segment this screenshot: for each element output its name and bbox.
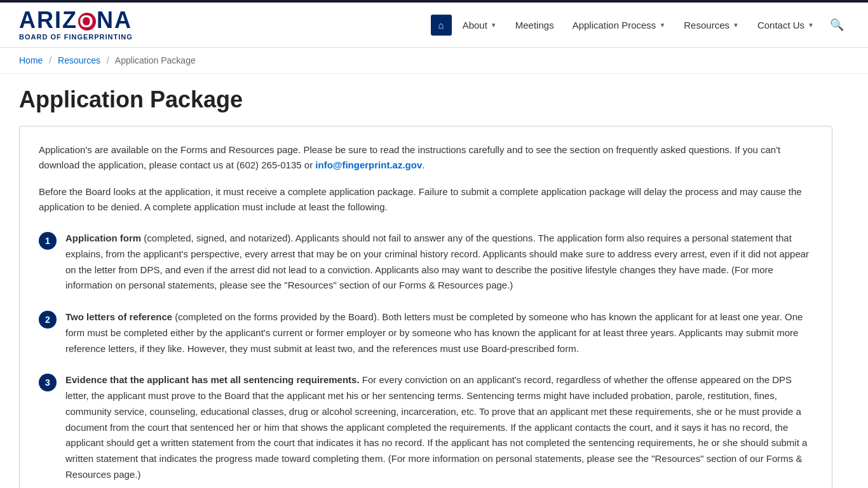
nav-meetings-label: Meetings xyxy=(515,20,554,30)
list-item: 2Two letters of reference (completed on … xyxy=(39,309,813,356)
list-number: 2 xyxy=(39,311,57,329)
list-item: 3Evidence that the applicant has met all… xyxy=(39,372,813,482)
email-link[interactable]: info@fingerprint.az.gov xyxy=(315,159,422,170)
breadcrumb-sep-1: / xyxy=(49,55,51,65)
nav-application-process-label: Application Process xyxy=(573,20,656,30)
logo-na: NA xyxy=(97,7,132,33)
logo-o: O xyxy=(78,13,96,30)
list-item-bold: Application form xyxy=(65,233,141,243)
application-process-chevron-icon: ▼ xyxy=(659,22,665,29)
list-item-bold: Two letters of reference xyxy=(65,311,172,322)
breadcrumb-home[interactable]: Home xyxy=(19,55,43,65)
nav-resources-label: Resources xyxy=(684,20,729,30)
site-header: ARIZONA BOARD OF FINGERPRINTING ⌂ About … xyxy=(0,3,868,48)
logo: ARIZONA BOARD OF FINGERPRINTING xyxy=(19,9,133,41)
home-icon: ⌂ xyxy=(438,20,444,30)
list-content: Two letters of reference (completed on t… xyxy=(65,309,813,356)
intro-end: . xyxy=(422,159,424,170)
breadcrumb-sep-2: / xyxy=(107,55,109,65)
logo-subtitle: BOARD OF FINGERPRINTING xyxy=(19,33,133,41)
list-number: 1 xyxy=(39,232,57,250)
logo-ariz: ARIZ xyxy=(19,7,78,33)
page-title: Application Package xyxy=(19,86,832,113)
list-item-bold: Evidence that the applicant has met all … xyxy=(65,374,360,385)
requirements-list: 1Application form (completed, signed, an… xyxy=(39,231,813,488)
breadcrumb-resources[interactable]: Resources xyxy=(58,55,100,65)
intro-paragraph: Application's are available on the Forms… xyxy=(39,142,813,173)
content-box: Application's are available on the Forms… xyxy=(19,126,832,488)
contact-chevron-icon: ▼ xyxy=(808,22,814,29)
nav-meetings[interactable]: Meetings xyxy=(508,15,562,36)
list-content: Evidence that the applicant has met all … xyxy=(65,372,813,482)
list-number: 3 xyxy=(39,374,57,391)
nav-about-label: About xyxy=(463,20,487,30)
nav-home[interactable]: ⌂ xyxy=(431,15,452,36)
logo-arizona-text: ARIZONA xyxy=(19,9,133,32)
about-chevron-icon: ▼ xyxy=(491,22,497,29)
breadcrumb-current: Application Package xyxy=(115,55,196,65)
nav-contact-us[interactable]: Contact Us ▼ xyxy=(750,15,822,36)
list-content: Application form (completed, signed, and… xyxy=(65,231,813,294)
main-nav: ⌂ About ▼ Meetings Application Process ▼… xyxy=(431,13,849,37)
nav-about[interactable]: About ▼ xyxy=(455,15,505,36)
search-icon: 🔍 xyxy=(830,18,844,31)
main-content: Application Package Application's are av… xyxy=(0,74,851,488)
list-item: 1Application form (completed, signed, an… xyxy=(39,231,813,294)
second-paragraph: Before the Board looks at the applicatio… xyxy=(39,184,813,215)
search-button[interactable]: 🔍 xyxy=(825,13,849,37)
nav-resources[interactable]: Resources ▼ xyxy=(676,15,747,36)
resources-chevron-icon: ▼ xyxy=(733,22,739,29)
nav-contact-us-label: Contact Us xyxy=(757,20,804,30)
nav-application-process[interactable]: Application Process ▼ xyxy=(565,15,674,36)
breadcrumb: Home / Resources / Application Package xyxy=(0,48,868,74)
